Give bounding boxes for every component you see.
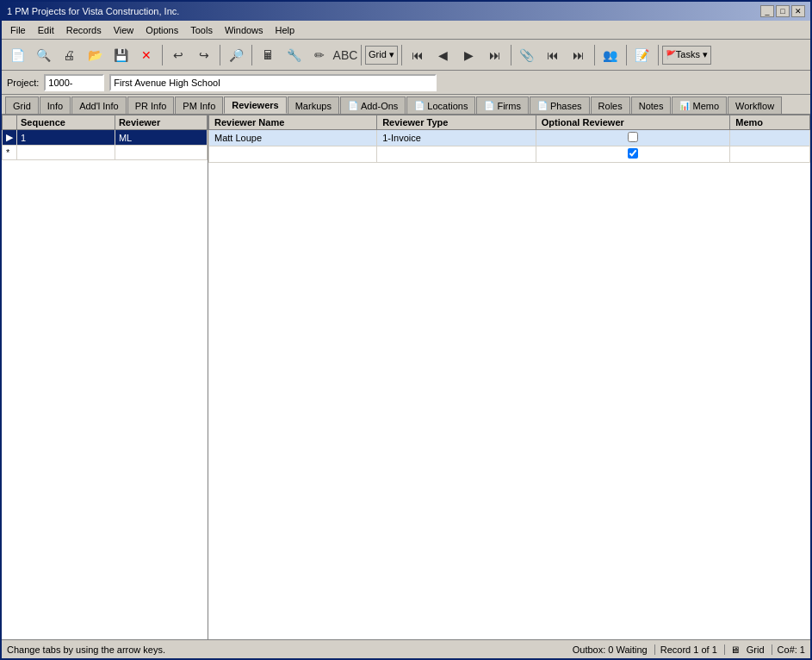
toolbar-print-button[interactable]: 🖨	[57, 43, 81, 67]
menu-windows[interactable]: Windows	[220, 23, 269, 37]
menu-records[interactable]: Records	[61, 23, 107, 37]
toolbar-nav1-button[interactable]: ⏮	[541, 43, 565, 67]
title-bar: 1 PM Projects for Vista Construction, In…	[2, 2, 810, 21]
toolbar-sep-9	[658, 45, 659, 65]
tab-memo[interactable]: 📊 Memo	[672, 97, 727, 114]
optional-reviewer-checkbox[interactable]	[628, 132, 638, 142]
toolbar-open-button[interactable]: 📂	[83, 43, 107, 67]
toolbar-sep-7	[594, 45, 595, 65]
toolbar-redo-button[interactable]: ↪	[192, 43, 216, 67]
left-row-reviewer: ML	[115, 130, 207, 146]
toolbar-last-button[interactable]: ⏭	[483, 43, 507, 67]
toolbar-sep-8	[626, 45, 627, 65]
reviewer-col-name: Reviewer Name	[209, 115, 377, 130]
left-col-reviewer: Reviewer	[115, 115, 207, 130]
close-button[interactable]: ✕	[791, 5, 805, 17]
tab-addl-info[interactable]: Add'l Info	[71, 97, 127, 114]
reviewer-table: Reviewer Name Reviewer Type Optional Rev…	[208, 115, 810, 163]
left-table-row[interactable]: ▶ 1 ML	[3, 130, 208, 146]
toolbar-save-button[interactable]: 💾	[108, 43, 133, 67]
tab-locations[interactable]: 📄 Locations	[406, 97, 475, 114]
tab-pm-info[interactable]: PM Info	[175, 97, 223, 114]
tab-firms[interactable]: 📄 Firms	[476, 97, 529, 114]
toolbar-tasks-dropdown[interactable]: 🚩 Tasks ▾	[662, 46, 711, 65]
reviewer-col-memo: Memo	[730, 115, 810, 130]
toolbar-delete-button[interactable]: ✕	[134, 43, 158, 67]
status-bar: Change tabs by using the arrow keys. Out…	[2, 639, 810, 658]
tab-roles[interactable]: Roles	[591, 97, 630, 114]
tab-reviewers[interactable]: Reviewers	[224, 97, 286, 114]
left-col-indicator	[3, 115, 17, 130]
tab-bar: Grid Info Add'l Info PR Info PM Info Rev…	[2, 95, 810, 115]
restore-button[interactable]: □	[776, 5, 790, 17]
toolbar-search-button[interactable]: 🔎	[224, 43, 248, 67]
toolbar-tools-button[interactable]: 🔧	[282, 43, 306, 67]
tab-markups[interactable]: Markups	[288, 97, 339, 114]
title-bar-controls[interactable]: _ □ ✕	[760, 5, 805, 17]
left-col-sequence: Sequence	[17, 115, 115, 130]
firms-icon: 📄	[484, 101, 494, 110]
toolbar-sep-3	[251, 45, 252, 65]
right-panel: Reviewer Name Reviewer Type Optional Rev…	[208, 115, 810, 639]
tab-grid[interactable]: Grid	[5, 97, 39, 114]
menu-bar: File Edit Records View Options Tools Win…	[2, 21, 810, 40]
toolbar-undo-button[interactable]: ↩	[166, 43, 190, 67]
reviewer-newrow-memo	[730, 146, 810, 163]
tab-phases[interactable]: 📄 Phases	[530, 97, 590, 114]
toolbar-write-button[interactable]: 📝	[630, 43, 654, 67]
menu-edit[interactable]: Edit	[33, 23, 59, 37]
reviewer-optional-cell[interactable]	[536, 130, 730, 146]
toolbar-spell-button[interactable]: ABC	[333, 43, 357, 67]
project-name-input[interactable]	[109, 74, 437, 91]
toolbar-calc-button[interactable]: 🖩	[256, 43, 280, 67]
toolbar-next-button[interactable]: ▶	[457, 43, 481, 67]
toolbar-prev-button[interactable]: ◀	[431, 43, 456, 67]
tab-workflow[interactable]: Workflow	[728, 97, 782, 114]
toolbar-attach-button[interactable]: 📎	[515, 43, 539, 67]
menu-view[interactable]: View	[108, 23, 139, 37]
toolbar-first-button[interactable]: ⏮	[406, 43, 430, 67]
left-row-indicator: ▶	[3, 130, 17, 146]
project-label: Project:	[7, 78, 39, 88]
toolbar-find-button[interactable]: 🔍	[31, 43, 55, 67]
content-area: Sequence Reviewer ▶ 1	[2, 115, 810, 639]
toolbar-users-button[interactable]: 👥	[598, 43, 623, 67]
locations-icon: 📄	[414, 101, 425, 110]
menu-help[interactable]: Help	[270, 23, 301, 37]
reviewer-memo-cell	[730, 130, 810, 146]
status-record: Record 1 of 1	[654, 644, 717, 655]
toolbar-pencil-button[interactable]: ✏	[307, 43, 332, 67]
menu-file[interactable]: File	[5, 23, 31, 37]
left-newrow-sequence	[17, 146, 115, 160]
menu-tools[interactable]: Tools	[185, 23, 218, 37]
status-monitor-icon: 🖥	[724, 644, 740, 655]
tab-add-ons[interactable]: 📄 Add-Ons	[340, 97, 406, 114]
menu-options[interactable]: Options	[140, 23, 183, 37]
reviewer-newrow-optional[interactable]	[536, 146, 730, 163]
toolbar-sep-2	[220, 45, 220, 65]
title-bar-title: 1 PM Projects for Vista Construction, In…	[7, 6, 179, 16]
add-ons-icon: 📄	[348, 101, 358, 110]
left-newrow-indicator: *	[3, 146, 17, 160]
tab-notes[interactable]: Notes	[631, 97, 672, 114]
reviewer-col-type: Reviewer Type	[377, 115, 536, 130]
status-grid-label: Grid	[747, 644, 765, 655]
left-panel: Sequence Reviewer ▶ 1	[2, 115, 208, 639]
reviewer-table-new-row[interactable]	[209, 146, 810, 163]
left-table-new-row[interactable]: *	[3, 146, 208, 160]
project-id-input[interactable]	[44, 74, 104, 91]
toolbar-sep-4	[361, 45, 362, 65]
new-optional-reviewer-checkbox[interactable]	[628, 148, 638, 159]
left-table: Sequence Reviewer ▶ 1	[2, 115, 208, 160]
tab-pr-info[interactable]: PR Info	[127, 97, 175, 114]
reviewer-table-row[interactable]: Matt Loupe 1-Invoice	[209, 130, 810, 146]
left-newrow-reviewer	[115, 146, 207, 160]
reviewer-name-cell: Matt Loupe	[209, 130, 377, 146]
status-outbox: Outbox: 0 Waiting	[573, 644, 648, 655]
toolbar-nav2-button[interactable]: ⏭	[567, 43, 591, 67]
minimize-button[interactable]: _	[760, 5, 774, 17]
toolbar-grid-dropdown[interactable]: Grid ▾	[365, 46, 398, 65]
status-message: Change tabs by using the arrow keys.	[7, 644, 573, 655]
toolbar-new-button[interactable]: 📄	[5, 43, 29, 67]
tab-info[interactable]: Info	[40, 97, 71, 114]
